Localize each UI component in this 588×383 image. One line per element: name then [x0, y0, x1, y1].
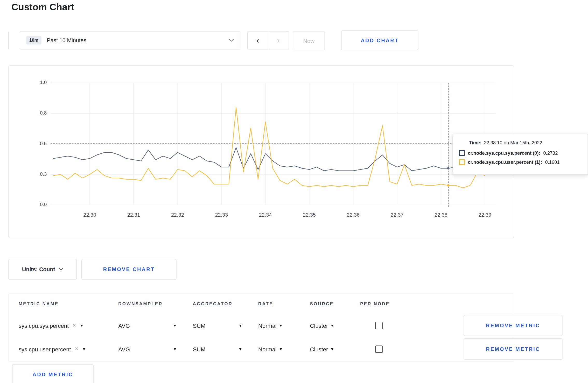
aggregator-select[interactable]: SUM▾ [193, 322, 258, 329]
tooltip-time: Time:22:38:10 on Mar 15th, 2022 [469, 140, 582, 146]
time-range-badge: 10m [26, 36, 41, 44]
add-chart-button[interactable]: ADD CHART [341, 30, 418, 50]
metric-name-select[interactable]: sys.cpu.user.percent × ▾ [19, 346, 118, 352]
time-range-label: Past 10 Minutes [47, 37, 86, 43]
rate-value: Normal [258, 322, 277, 329]
units-label: Units: Count [22, 266, 55, 272]
x-axis-tick-label: 22:36 [340, 212, 367, 218]
page-title: Custom Chart [11, 2, 74, 13]
source-value: Cluster [310, 322, 328, 329]
metric-name-value: sys.cpu.sys.percent [19, 322, 69, 329]
clear-icon[interactable]: × [73, 322, 76, 329]
x-axis-tick-label: 22:31 [120, 212, 147, 218]
metric-name-select[interactable]: sys.cpu.sys.percent × ▾ [19, 322, 118, 329]
col-header-per-node: PER NODE [360, 301, 413, 306]
table-row: sys.cpu.user.percent × ▾ AVG▾ SUM▾ Norma… [9, 337, 514, 361]
caret-down-icon: ▾ [239, 346, 242, 352]
metric-name-value: sys.cpu.user.percent [19, 346, 71, 352]
y-axis-tick-label: 0.0 [30, 202, 47, 207]
col-header-source: SOURCE [310, 301, 360, 306]
tooltip-series-row: cr.node.sys.cpu.sys.percent (0): 0.2732 [459, 150, 582, 156]
downsampler-select[interactable]: AVG▾ [118, 322, 193, 329]
tooltip-series-name: cr.node.sys.cpu.user.percent (1): [468, 159, 542, 165]
chart-tooltip: Time:22:38:10 on Mar 15th, 2022 cr.node.… [453, 134, 588, 175]
next-time-button[interactable]: › [268, 31, 289, 49]
series-color-swatch [459, 159, 465, 165]
tooltip-time-value: 22:38:10 on Mar 15th, 2022 [484, 140, 542, 146]
tooltip-series-value: 0.1601 [545, 159, 560, 165]
clear-icon[interactable]: × [75, 346, 78, 352]
series-color-swatch [459, 150, 465, 156]
x-axis-tick-label: 22:33 [208, 212, 235, 218]
caret-down-icon: ▾ [331, 323, 333, 328]
units-dropdown[interactable]: Units: Count [8, 259, 77, 280]
tooltip-time-label: Time: [469, 140, 482, 146]
caret-down-icon: ▾ [280, 346, 282, 352]
aggregator-value: SUM [193, 346, 206, 352]
downsampler-value: AVG [118, 346, 130, 352]
col-header-aggregator: AGGREGATOR [193, 301, 258, 306]
source-select[interactable]: Cluster ▾ [310, 346, 360, 352]
aggregator-value: SUM [193, 322, 206, 329]
metrics-table-header: METRIC NAME DOWNSAMPLER AGGREGATOR RATE … [9, 294, 514, 314]
chevron-down-icon [59, 268, 63, 271]
downsampler-value: AVG [118, 322, 130, 329]
time-range-dropdown[interactable]: 10m Past 10 Minutes [20, 31, 240, 49]
source-select[interactable]: Cluster ▾ [310, 322, 360, 329]
rate-select[interactable]: Normal ▾ [258, 322, 310, 329]
x-axis-tick-label: 22:37 [384, 212, 410, 218]
caret-down-icon: ▾ [280, 323, 282, 328]
x-axis-tick-label: 22:35 [296, 212, 323, 218]
tooltip-series-value: 0.2732 [543, 150, 558, 156]
custom-chart-page: Custom Chart 10m Past 10 Minutes ‹ › Now… [0, 0, 588, 383]
x-axis-tick-label: 22:38 [428, 212, 454, 218]
chevron-down-icon [229, 39, 234, 42]
tooltip-series-row: cr.node.sys.cpu.user.percent (1): 0.1601 [459, 159, 582, 165]
tooltip-series-name: cr.node.sys.cpu.sys.percent (0): [468, 150, 540, 156]
now-button[interactable]: Now [293, 31, 325, 50]
rate-value: Normal [258, 346, 277, 352]
remove-chart-button[interactable]: REMOVE CHART [81, 259, 177, 280]
caret-down-icon: ▾ [83, 346, 85, 352]
x-axis-tick-label: 22:32 [164, 212, 191, 218]
add-metric-button[interactable]: ADD METRIC [12, 364, 94, 383]
caret-down-icon: ▾ [81, 323, 83, 328]
remove-metric-button[interactable]: REMOVE METRIC [464, 338, 562, 360]
source-value: Cluster [310, 346, 328, 352]
caret-down-icon: ▾ [331, 346, 333, 352]
y-axis-tick-label: 1.0 [30, 80, 47, 85]
table-row: sys.cpu.sys.percent × ▾ AVG▾ SUM▾ Normal… [9, 314, 514, 337]
per-node-checkbox[interactable] [375, 345, 383, 353]
toolbar-divider [8, 32, 9, 49]
time-nav-group: ‹ › [247, 31, 289, 49]
caret-down-icon: ▾ [174, 323, 176, 328]
prev-time-button[interactable]: ‹ [247, 31, 268, 49]
y-axis-tick-label: 0.3 [30, 171, 47, 177]
aggregator-select[interactable]: SUM▾ [193, 346, 258, 352]
per-node-checkbox[interactable] [375, 322, 383, 329]
caret-down-icon: ▾ [174, 346, 176, 352]
caret-down-icon: ▾ [239, 323, 242, 328]
x-axis-tick-label: 22:39 [472, 212, 498, 218]
y-axis-tick-label: 0.5 [30, 140, 47, 146]
x-axis-tick-label: 22:30 [76, 212, 103, 218]
chart-panel: 1.00.80.50.30.0 22:3022:3122:3222:3322:3… [8, 65, 514, 238]
col-header-metric-name: METRIC NAME [19, 301, 118, 306]
chevron-right-icon: › [277, 36, 280, 45]
col-header-downsampler: DOWNSAMPLER [118, 301, 193, 306]
y-axis-tick-label: 0.8 [30, 110, 47, 116]
remove-metric-button[interactable]: REMOVE METRIC [464, 315, 562, 336]
x-axis-tick-label: 22:34 [252, 212, 279, 218]
downsampler-select[interactable]: AVG▾ [118, 346, 193, 352]
chevron-left-icon: ‹ [256, 36, 259, 45]
col-header-rate: RATE [258, 301, 310, 306]
rate-select[interactable]: Normal ▾ [258, 346, 310, 352]
metrics-table: METRIC NAME DOWNSAMPLER AGGREGATOR RATE … [8, 294, 514, 362]
